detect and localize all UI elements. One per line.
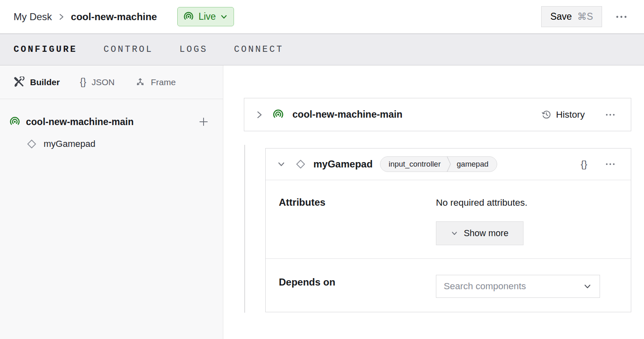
breadcrumb-separator-icon [58, 13, 64, 21]
chevron-down-icon [220, 14, 227, 19]
save-button-label: Save [550, 11, 572, 22]
component-card-overflow-menu-button[interactable] [601, 159, 619, 170]
machine-part-card-header[interactable]: cool-new-machine-main History [244, 98, 631, 131]
live-status-label: Live [199, 11, 216, 22]
component-tree: cool-new-machine-main myGamepad [0, 99, 223, 155]
depends-on-section: Depends on Search components [266, 259, 631, 312]
collapse-chevron-down-icon[interactable] [277, 161, 285, 167]
component-api-type: input_controller [389, 160, 441, 169]
history-button[interactable]: History [541, 109, 585, 120]
show-more-button[interactable]: Show more [436, 221, 524, 245]
chevron-down-icon [584, 284, 591, 289]
machine-card-overflow-menu-button[interactable] [601, 109, 619, 120]
ellipsis-icon [615, 15, 628, 19]
plus-icon [198, 116, 209, 127]
breadcrumb-parent-link[interactable]: My Desk [14, 11, 52, 23]
braces-icon: {} [80, 77, 86, 87]
header-overflow-menu-button[interactable] [611, 11, 632, 23]
attributes-section: Attributes No required attributes. Show … [266, 180, 631, 259]
depends-on-select[interactable]: Search components [436, 275, 600, 298]
component-diamond-icon [26, 139, 37, 149]
view-mode-builder-label: Builder [30, 77, 60, 87]
machine-name-title: cool-new-machine [71, 11, 157, 23]
history-clock-icon [541, 109, 551, 120]
show-more-label: Show more [464, 228, 509, 239]
attributes-label: Attributes [266, 180, 436, 258]
tab-logs[interactable]: LOGS [179, 44, 208, 55]
tree-machine-name: cool-new-machine-main [26, 116, 134, 128]
breadcrumb: My Desk cool-new-machine [14, 11, 157, 23]
tree-guide-line [244, 145, 245, 313]
tab-connect[interactable]: CONNECT [234, 44, 283, 55]
save-shortcut-hint: ⌘S [577, 11, 593, 22]
expand-chevron-right-icon[interactable] [256, 110, 263, 120]
history-label: History [556, 109, 585, 120]
tree-item-component[interactable]: myGamepad [0, 133, 223, 155]
machine-part-card-title: cool-new-machine-main [292, 109, 403, 120]
view-mode-toolbar: Builder {} JSON Frame [0, 65, 223, 99]
view-mode-builder[interactable]: Builder [14, 77, 60, 88]
view-mode-frame[interactable]: Frame [135, 77, 176, 88]
view-mode-frame-label: Frame [151, 77, 176, 87]
content-area: Builder {} JSON Frame [0, 65, 644, 339]
view-mode-json-label: JSON [92, 77, 115, 87]
tab-configure[interactable]: CONFIGURE [14, 44, 77, 55]
chevron-down-icon [451, 231, 458, 236]
app-header: My Desk cool-new-machine Live Save ⌘S [0, 0, 644, 34]
ellipsis-icon [605, 163, 615, 165]
component-card: myGamepad input_controller gamepad {} At… [265, 148, 631, 312]
save-button[interactable]: Save ⌘S [541, 6, 602, 27]
primary-nav-tabs: CONFIGURE CONTROL LOGS CONNECT [0, 34, 644, 65]
ellipsis-icon [605, 114, 615, 116]
tools-icon [14, 77, 25, 88]
machine-broadcast-icon [272, 109, 284, 121]
component-model: gamepad [457, 160, 489, 169]
depends-on-label: Depends on [266, 259, 436, 312]
view-mode-json[interactable]: {} JSON [80, 77, 114, 87]
component-name: myGamepad [313, 158, 373, 170]
badge-divider-chevron-icon [447, 156, 451, 172]
machine-broadcast-icon [183, 11, 194, 22]
component-card-header[interactable]: myGamepad input_controller gamepad {} [266, 149, 631, 180]
frame-axes-icon [135, 77, 146, 88]
component-type-badge: input_controller gamepad [380, 156, 497, 172]
component-diamond-icon [295, 159, 306, 170]
configure-sidebar: Builder {} JSON Frame [0, 65, 223, 339]
tree-item-machine-part[interactable]: cool-new-machine-main [0, 111, 223, 133]
add-component-button[interactable] [197, 115, 211, 129]
attributes-empty-text: No required attributes. [436, 197, 631, 208]
live-status-dropdown[interactable]: Live [177, 7, 234, 26]
configure-main-panel: cool-new-machine-main History [223, 65, 644, 339]
tree-component-name: myGamepad [44, 139, 95, 149]
machine-broadcast-icon [9, 116, 21, 128]
edit-json-button[interactable]: {} [581, 158, 587, 170]
tab-control[interactable]: CONTROL [104, 44, 153, 55]
depends-on-placeholder: Search components [444, 281, 584, 292]
